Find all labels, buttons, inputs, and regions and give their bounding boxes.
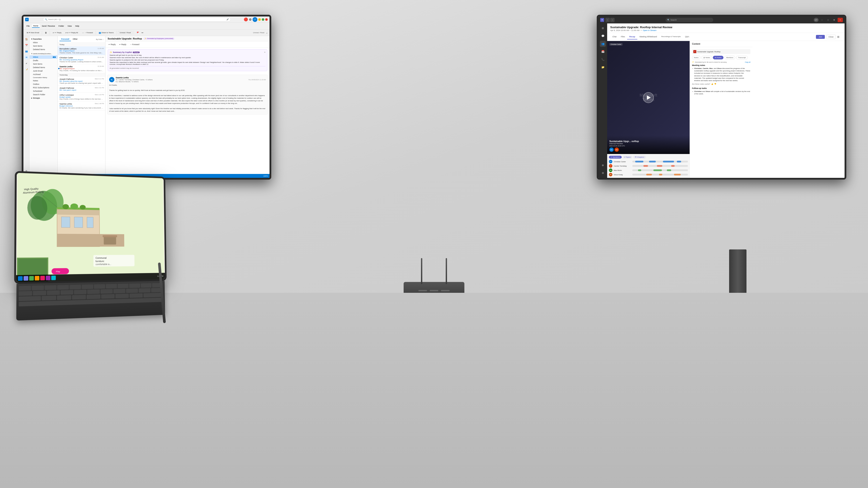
favorites-inbox[interactable]: Inbox xyxy=(30,41,58,44)
taskbar-icon-4[interactable] xyxy=(35,276,39,281)
taskbar-icon-6[interactable] xyxy=(46,276,50,280)
drafts-folder[interactable]: Drafts xyxy=(30,59,58,62)
more-options-button[interactable]: ••• xyxy=(142,32,143,34)
reply-toolbar-button[interactable]: ↩ Reply xyxy=(107,43,117,46)
email-item[interactable]: Joseph Pathrose RE: Question about the r… xyxy=(58,77,105,86)
overflow-menu-button[interactable]: ⌄ xyxy=(266,32,268,34)
reply-all-button[interactable]: ↩↩ ↩ Reply All xyxy=(64,31,80,34)
key[interactable] xyxy=(19,296,41,301)
nav-mail-icon[interactable]: ✉ xyxy=(24,55,29,59)
favorites-deleted[interactable]: Deleted Items xyxy=(30,48,58,51)
focused-tab[interactable]: Focused xyxy=(59,37,71,41)
reply-all-toolbar-button[interactable]: ↩ Reply xyxy=(118,43,127,46)
recap-tab[interactable]: Recap xyxy=(627,34,637,39)
key[interactable] xyxy=(72,295,86,299)
rail-files-icon[interactable]: 📁 xyxy=(600,64,606,70)
outbox-folder[interactable]: Outbox xyxy=(30,83,58,86)
forward-button[interactable]: → → Forward xyxy=(81,31,95,34)
notes-tab[interactable]: Notes xyxy=(692,56,701,59)
rail-settings-icon[interactable]: ⚙ xyxy=(600,170,606,176)
key[interactable] xyxy=(47,290,60,295)
key[interactable] xyxy=(74,290,87,295)
user-avatar[interactable]: CT xyxy=(253,17,257,22)
view-menu[interactable]: View xyxy=(66,25,73,28)
help-menu[interactable]: Help xyxy=(74,25,81,28)
junk-folder[interactable]: Junk Email xyxy=(30,69,58,73)
nav-tasks-icon[interactable]: ✔ xyxy=(24,61,29,65)
key[interactable] xyxy=(42,296,56,301)
key[interactable] xyxy=(141,283,152,288)
files-tab[interactable]: Files xyxy=(619,34,627,39)
copilot-close-button[interactable]: × xyxy=(264,51,266,53)
send-receive-menu[interactable]: Send / Receive xyxy=(40,25,56,28)
email-item[interactable]: Joseph Pathrose RE: Last year's report W… xyxy=(58,86,105,93)
taskbar-icon-3[interactable] xyxy=(29,276,34,281)
account-header[interactable]: ▾ camile.tremblay@contoso.com xyxy=(30,52,58,55)
taskbar-icon-5[interactable] xyxy=(40,276,45,281)
transcript-tab[interactable]: Transcript xyxy=(736,56,748,59)
speakers-tab[interactable]: ⊙ Speakers xyxy=(609,156,622,159)
unread-read-button[interactable]: Unread / Read xyxy=(118,31,132,34)
key[interactable] xyxy=(116,294,129,298)
tablet-screen[interactable]: High Quality Aluminum Railing Communal f… xyxy=(14,171,167,284)
key[interactable] xyxy=(113,289,125,293)
open-in-stream-link[interactable]: Open in Stream xyxy=(643,29,656,31)
conversation-folder[interactable]: Conversation History xyxy=(30,76,58,79)
email-item[interactable]: Bernadette LeBlanc RE: Original Report T… xyxy=(58,46,105,55)
folder-menu[interactable]: Folder xyxy=(57,25,65,28)
deleted-folder[interactable]: Deleted Items xyxy=(30,66,58,69)
key[interactable] xyxy=(44,285,56,290)
copy-all-button[interactable]: Copy all xyxy=(745,61,750,63)
topics-tab[interactable]: # Topics xyxy=(623,156,632,159)
key[interactable] xyxy=(69,285,81,290)
key[interactable] xyxy=(33,291,46,295)
rail-calendar-icon[interactable]: 📅 xyxy=(600,48,606,55)
rail-teams-icon[interactable]: 👥 xyxy=(600,41,606,47)
email-item[interactable]: Saamia Lenka Budget reference Hi Charlie… xyxy=(58,101,105,110)
key[interactable] xyxy=(87,294,100,299)
mentions-tab[interactable]: Mentions xyxy=(724,56,735,59)
key[interactable] xyxy=(129,284,140,288)
rail-chat-icon[interactable]: 💬 xyxy=(600,33,606,39)
minimize-button[interactable]: − xyxy=(258,18,261,21)
at-notes-tab[interactable]: @ Notes xyxy=(701,56,712,59)
minimize-button[interactable]: − xyxy=(819,18,825,22)
groups-header[interactable]: ▸ Groups xyxy=(30,96,58,100)
close-button[interactable]: × xyxy=(838,18,843,22)
close-meeting-button[interactable]: Close xyxy=(826,35,836,39)
chat-tab[interactable]: Chat xyxy=(610,34,619,39)
delete-button[interactable]: 🗑 xyxy=(43,31,49,34)
key[interactable] xyxy=(106,284,117,289)
other-tab[interactable]: Other xyxy=(71,37,80,41)
notes-folder[interactable]: Notes xyxy=(30,79,58,83)
teams-search-bar[interactable]: 🔍 Search xyxy=(665,18,713,22)
sort-button[interactable]: By Date ↓ xyxy=(96,38,103,40)
whiteboard-tab[interactable]: Meeting Whiteboard xyxy=(637,34,659,39)
key[interactable] xyxy=(19,286,31,291)
key[interactable] xyxy=(57,285,69,290)
key[interactable] xyxy=(57,295,71,300)
key[interactable] xyxy=(94,284,105,289)
key[interactable] xyxy=(143,293,163,298)
thumbs-up-button[interactable]: 👍 xyxy=(711,83,713,85)
rail-home-icon[interactable]: ⊞ xyxy=(600,25,606,31)
key[interactable] xyxy=(129,293,143,298)
home-menu[interactable]: Home xyxy=(32,24,40,28)
search-folder[interactable]: Search Folder xyxy=(30,93,58,96)
sent-folder[interactable]: Sent Items xyxy=(30,62,58,66)
thumbs-down-button[interactable]: 👎 xyxy=(714,83,716,85)
nav-people-icon[interactable]: 👥 xyxy=(24,49,29,53)
rail-calls-icon[interactable]: 📞 xyxy=(600,56,606,62)
key[interactable] xyxy=(19,291,32,296)
key[interactable] xyxy=(100,289,113,294)
taskbar-icon-2[interactable] xyxy=(24,276,28,281)
key[interactable] xyxy=(118,284,129,288)
key[interactable] xyxy=(126,289,138,293)
ai-notes-tab[interactable]: AI Notes xyxy=(713,56,723,59)
chapters-tab[interactable]: ☰ Chapters xyxy=(633,156,646,159)
maximize-button[interactable]: □ xyxy=(826,18,831,22)
close-button[interactable]: × xyxy=(265,18,268,21)
forward-toolbar-button[interactable]: → Forward xyxy=(129,43,140,46)
favorites-header[interactable]: ▾ Favorites xyxy=(30,37,58,41)
expand-icon[interactable]: ⊞ xyxy=(837,35,839,38)
